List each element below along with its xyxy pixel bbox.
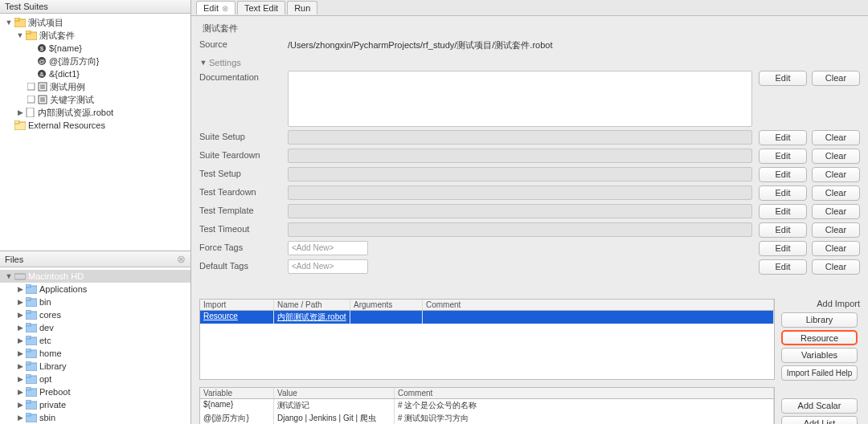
files-item[interactable]: ▶bin — [0, 296, 190, 308]
tree-resource[interactable]: ▶内部测试资源.robot — [0, 106, 190, 119]
testcase-icon — [38, 82, 47, 92]
edit-button[interactable]: Edit — [759, 167, 807, 182]
suite-teardown-label: Suite Teardown — [199, 149, 288, 160]
clear-button[interactable]: Clear — [812, 204, 860, 219]
edit-button[interactable]: Edit — [759, 204, 807, 219]
edit-button[interactable]: Edit — [759, 241, 807, 256]
files-item[interactable]: ▶sbin — [0, 411, 190, 424]
svg-text:&: & — [39, 71, 44, 78]
edit-button[interactable]: Edit — [759, 130, 807, 145]
tree-var[interactable]: @@{游历方向} — [0, 55, 190, 67]
checkbox-icon[interactable] — [27, 83, 35, 91]
folder-icon — [26, 400, 37, 410]
expand-icon[interactable]: ▶ — [16, 362, 24, 370]
edit-button[interactable]: Edit — [759, 149, 807, 164]
folder-icon — [26, 374, 37, 384]
tree-case[interactable]: 测试用例 — [0, 80, 190, 93]
expand-icon[interactable]: ▶ — [16, 324, 24, 332]
collapse-icon[interactable]: ▼ — [5, 272, 13, 280]
library-button[interactable]: Library — [781, 312, 858, 328]
edit-button[interactable]: Edit — [759, 71, 807, 86]
folder-icon — [26, 310, 37, 320]
test-teardown-field[interactable] — [288, 186, 752, 200]
svg-rect-43 — [26, 400, 31, 403]
expand-icon[interactable]: ▶ — [16, 414, 24, 422]
resource-button[interactable]: Resource — [781, 330, 858, 345]
files-item[interactable]: ▶opt — [0, 373, 190, 385]
tab-text-edit[interactable]: Text Edit — [237, 1, 285, 14]
expand-icon[interactable]: ▶ — [16, 388, 24, 396]
documentation-field[interactable] — [288, 71, 752, 127]
tree-var[interactable]: &&{dict1} — [0, 67, 190, 80]
import-name-link[interactable]: 内部测试资源.robot — [277, 312, 346, 321]
collapse-icon[interactable]: ▼ — [5, 18, 13, 26]
variables-button[interactable]: Variables — [781, 348, 858, 363]
imports-header: Import Name / Path Arguments Comment — [199, 299, 775, 311]
edit-button[interactable]: Edit — [759, 186, 807, 201]
tree-project[interactable]: ▼测试项目 — [0, 16, 190, 29]
expand-icon[interactable]: ▶ — [16, 285, 24, 293]
add-list-button[interactable]: Add List — [781, 416, 858, 424]
imports-table[interactable]: Import Name / Path Arguments Comment Res… — [199, 299, 775, 381]
variables-table[interactable]: Variable Value Comment ${name}测试游记# 这个是公… — [199, 387, 775, 424]
files-item[interactable]: ▶Preboot — [0, 385, 190, 398]
close-icon[interactable]: ⊗ — [177, 253, 186, 265]
test-setup-field[interactable] — [288, 167, 752, 181]
tree-var[interactable]: $${name} — [0, 42, 190, 55]
expand-icon[interactable]: ▶ — [16, 108, 24, 116]
edit-button[interactable]: Edit — [759, 259, 807, 275]
tree-external[interactable]: External Resources — [0, 119, 190, 132]
clear-button[interactable]: Clear — [812, 186, 860, 201]
svg-rect-33 — [26, 336, 31, 339]
files-tree[interactable]: ▼Macintosh HD ▶Applications▶bin▶cores▶de… — [0, 267, 190, 424]
checkbox-icon[interactable] — [27, 96, 35, 104]
test-timeout-field[interactable] — [288, 222, 752, 237]
clear-button[interactable]: Clear — [812, 241, 860, 256]
import-type-link[interactable]: Resource — [203, 312, 238, 320]
files-item[interactable]: ▶etc — [0, 334, 190, 347]
force-tags-input[interactable]: <Add New> — [288, 241, 368, 255]
expand-icon[interactable]: ▶ — [16, 375, 24, 383]
files-item[interactable]: ▶cores — [0, 308, 190, 321]
svg-rect-37 — [26, 361, 31, 365]
clear-button[interactable]: Clear — [812, 167, 860, 182]
files-root[interactable]: ▼Macintosh HD — [0, 270, 190, 283]
files-item[interactable]: ▶Applications — [0, 283, 190, 296]
add-scalar-button[interactable]: Add Scalar — [781, 398, 858, 414]
tab-run[interactable]: Run — [287, 1, 317, 14]
clear-button[interactable]: Clear — [812, 71, 860, 86]
settings-header[interactable]: ▼Settings — [199, 58, 860, 67]
svg-rect-25 — [26, 284, 31, 287]
import-failed-help-button[interactable]: Import Failed Help — [781, 365, 858, 381]
suite-teardown-field[interactable] — [288, 149, 752, 163]
edit-button[interactable]: Edit — [759, 222, 807, 238]
expand-icon[interactable]: ▶ — [16, 298, 24, 306]
test-suites-tree[interactable]: ▼测试项目 ▼测试套件 $${name} @@{游历方向} &&{dict1} … — [0, 14, 190, 251]
clear-button[interactable]: Clear — [812, 222, 860, 238]
clear-button[interactable]: Clear — [812, 149, 860, 164]
collapse-icon[interactable]: ▼ — [16, 31, 24, 39]
clear-button[interactable]: Clear — [812, 259, 860, 275]
expand-icon[interactable]: ▶ — [16, 401, 24, 409]
svg-rect-23 — [14, 274, 26, 279]
variable-row[interactable]: ${name}测试游记# 这个是公众号的名称 — [200, 399, 774, 412]
svg-rect-27 — [26, 297, 31, 300]
tree-case[interactable]: 关键字测试 — [0, 93, 190, 106]
clear-button[interactable]: Clear — [812, 130, 860, 145]
tree-suite[interactable]: ▼测试套件 — [0, 29, 190, 42]
expand-icon[interactable]: ▶ — [16, 311, 24, 319]
expand-icon[interactable]: ▶ — [16, 349, 24, 357]
close-icon[interactable]: ⊗ — [222, 4, 228, 13]
files-item[interactable]: ▶private — [0, 398, 190, 411]
import-row[interactable]: Resource 内部测试资源.robot — [200, 311, 774, 324]
files-item[interactable]: ▶dev — [0, 321, 190, 334]
test-template-field[interactable] — [288, 204, 752, 218]
files-item[interactable]: ▶home — [0, 347, 190, 360]
collapse-icon[interactable]: ▼ — [199, 59, 207, 67]
default-tags-input[interactable]: <Add New> — [288, 259, 368, 274]
tab-edit[interactable]: Edit⊗ — [196, 1, 235, 14]
files-item[interactable]: ▶Library — [0, 360, 190, 373]
expand-icon[interactable]: ▶ — [16, 336, 24, 344]
suite-setup-field[interactable] — [288, 130, 752, 145]
variable-row[interactable]: @{游历方向}Django | Jenkins | Git | 爬虫# 测试知识… — [200, 412, 774, 424]
